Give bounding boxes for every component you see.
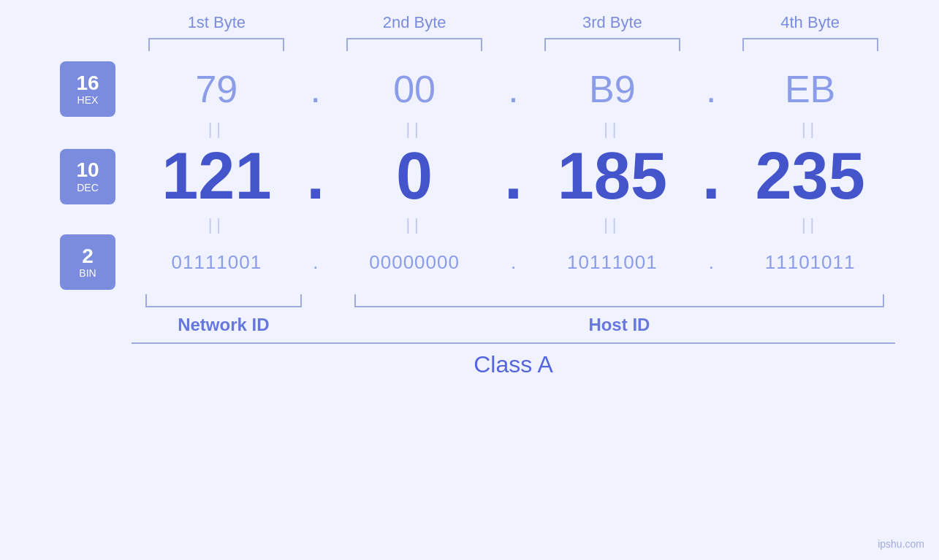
hex-badge-number: 16 [76, 72, 99, 95]
bin-b1: 01111001 [132, 251, 302, 274]
dec-dot1: . [302, 139, 330, 214]
dec-b2-value: 0 [396, 139, 433, 214]
byte1-col-header: 1st Byte [132, 13, 302, 51]
class-line [132, 342, 895, 344]
network-id-bracket [132, 294, 316, 307]
bin-b4-value: 11101011 [765, 251, 856, 274]
hex-dot1: . [302, 67, 330, 111]
dec-b1-value: 121 [161, 139, 271, 214]
hex-b3-value: B9 [589, 67, 636, 111]
byte2-col-header: 2nd Byte [330, 13, 500, 51]
hex-b4: EB [725, 67, 895, 111]
hex-b2: 00 [330, 67, 500, 111]
hex-b2-value: 00 [393, 67, 436, 111]
main-container: 1st Byte 2nd Byte 3rd Byte 4th Byte 16 H… [0, 0, 939, 560]
eq2-b3: || [604, 215, 620, 234]
dec-badge: 10 DEC [60, 149, 115, 204]
dec-dot3: . [697, 139, 725, 214]
hex-dot2: . [500, 67, 528, 111]
host-id-bracket-line [354, 294, 884, 307]
equals-row-2: || || || || [44, 215, 895, 234]
byte2-bracket-top [346, 38, 482, 51]
eq2-b4: || [802, 215, 818, 234]
eq1-b1: || [208, 120, 225, 139]
hex-b1: 79 [132, 67, 302, 111]
byte1-label: 1st Byte [188, 13, 246, 32]
hex-b3: B9 [528, 67, 698, 111]
eq1-b3: || [604, 120, 620, 139]
byte3-label: 3rd Byte [582, 13, 642, 32]
host-id-label: Host ID [588, 315, 650, 335]
bottom-brackets-row: Network ID Host ID [44, 294, 895, 335]
bin-b1-value: 01111001 [172, 251, 262, 274]
network-id-bracket-line [145, 294, 302, 307]
byte3-bracket-top [544, 38, 680, 51]
dec-badge-label: DEC [77, 182, 99, 193]
bin-dot1: . [302, 251, 330, 274]
bin-badge-label: BIN [79, 267, 96, 279]
eq2-b1: || [208, 215, 225, 234]
dec-row: 10 DEC 121 . 0 . 185 . 235 [44, 139, 895, 214]
class-label: Class A [474, 351, 552, 378]
byte3-col-header: 3rd Byte [528, 13, 698, 51]
eq1-b2: || [406, 120, 422, 139]
class-row: Class A [44, 342, 895, 378]
bin-dot2: . [500, 251, 528, 274]
hex-badge-label: HEX [77, 94, 99, 106]
dec-b3: 185 [528, 139, 698, 214]
equals-row-1: || || || || [44, 120, 895, 139]
network-id-label: Network ID [178, 315, 269, 335]
dec-dot2: . [500, 139, 528, 214]
bin-b2-value: 00000000 [369, 251, 460, 274]
byte1-bracket-top [148, 38, 284, 51]
hex-badge: 16 HEX [60, 61, 115, 117]
byte4-label: 4th Byte [780, 13, 840, 32]
hex-dot3: . [697, 67, 725, 111]
bin-badge: 2 BIN [60, 234, 115, 290]
watermark: ipshu.com [878, 538, 924, 550]
dec-b4-value: 235 [756, 139, 865, 214]
bin-b4: 11101011 [725, 251, 895, 274]
network-id-label-cell: Network ID [132, 310, 316, 335]
hex-b1-value: 79 [195, 67, 237, 111]
hex-b4-value: EB [785, 67, 835, 111]
dec-b4: 235 [725, 139, 895, 214]
byte4-bracket-top [742, 38, 878, 51]
dec-badge-number: 10 [76, 159, 99, 182]
host-id-label-cell: Host ID [343, 310, 895, 335]
bin-dot3: . [697, 251, 725, 274]
bin-row: 2 BIN 01111001 . 00000000 . 10111001 . [44, 234, 895, 290]
eq1-b4: || [802, 120, 818, 139]
dec-b1: 121 [132, 139, 302, 214]
dec-b3-value: 185 [558, 139, 667, 214]
hex-row: 16 HEX 79 . 00 . B9 . EB [44, 61, 895, 117]
host-id-bracket [343, 294, 895, 307]
bin-b2: 00000000 [330, 251, 500, 274]
byte2-label: 2nd Byte [383, 13, 446, 32]
bin-b3-value: 10111001 [567, 251, 658, 274]
eq2-b2: || [406, 215, 422, 234]
bin-b3: 10111001 [528, 251, 698, 274]
bin-badge-number: 2 [82, 245, 94, 268]
dec-b2: 0 [330, 139, 500, 214]
byte4-col-header: 4th Byte [725, 13, 895, 51]
